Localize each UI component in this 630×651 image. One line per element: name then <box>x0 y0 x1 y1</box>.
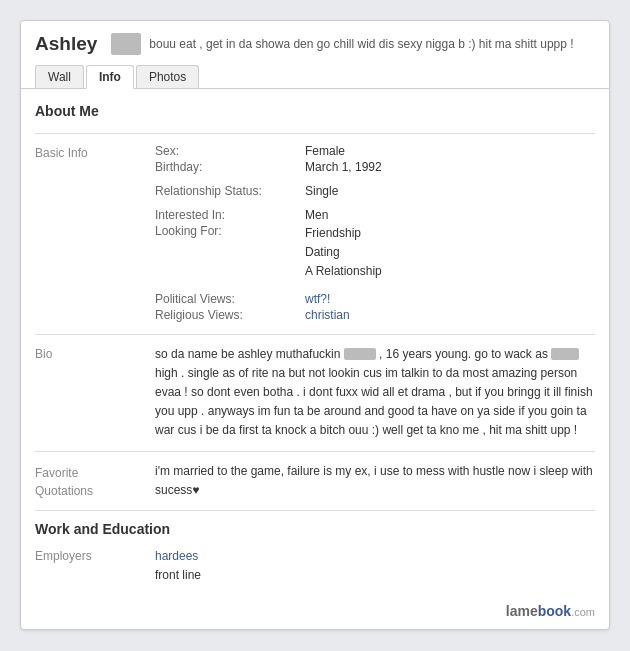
divider-4 <box>35 510 595 511</box>
divider-1 <box>35 133 595 134</box>
watermark: lamebook.com <box>21 595 609 629</box>
work-education-section: Work and Education Employers hardees fro… <box>35 521 595 585</box>
political-value: wtf?! <box>305 292 330 306</box>
divider-3 <box>35 451 595 452</box>
sex-label: Sex: <box>155 144 305 158</box>
profile-card: Ashley bouu eat , get in da showa den go… <box>20 20 610 630</box>
about-me-title: About Me <box>35 103 595 123</box>
bio-section: Bio so da name be ashley muthafuckin , 1… <box>35 345 595 441</box>
relationship-label: Relationship Status: <box>155 184 305 198</box>
quotations-section: FavoriteQuotations i'm married to the ga… <box>35 462 595 500</box>
divider-2 <box>35 334 595 335</box>
avatar <box>111 33 141 55</box>
quotations-text: i'm married to the game, failure is my e… <box>155 462 595 500</box>
relationship-value: Single <box>305 184 338 198</box>
basic-info-fields: Sex: Female Birthday: March 1, 1992 Rela… <box>155 144 595 324</box>
relationship-row: Relationship Status: Single <box>155 184 595 198</box>
interested-row: Interested In: Men <box>155 208 595 222</box>
looking-for-label: Looking For: <box>155 224 305 282</box>
main-content: About Me Basic Info Sex: Female Birthday… <box>21 89 609 595</box>
basic-info-section: Basic Info Sex: Female Birthday: March 1… <box>35 144 595 324</box>
bio-text: so da name be ashley muthafuckin , 16 ye… <box>155 345 595 441</box>
political-link[interactable]: wtf?! <box>305 292 330 306</box>
interested-label: Interested In: <box>155 208 305 222</box>
birthday-row: Birthday: March 1, 1992 <box>155 160 595 174</box>
profile-status: bouu eat , get in da showa den go chill … <box>149 37 595 51</box>
sex-value: Female <box>305 144 345 158</box>
birthday-label: Birthday: <box>155 160 305 174</box>
political-label: Political Views: <box>155 292 305 306</box>
employer-info: hardees front line <box>155 547 595 585</box>
watermark-book: book <box>538 603 571 619</box>
employer-position: front line <box>155 568 201 582</box>
blurred-2 <box>551 348 579 360</box>
interested-value: Men <box>305 208 328 222</box>
blurred-1 <box>344 348 376 360</box>
religious-label: Religious Views: <box>155 308 305 322</box>
watermark-lame: lame <box>506 603 538 619</box>
profile-name: Ashley <box>35 33 97 55</box>
bio-label: Bio <box>35 345 155 441</box>
watermark-com: .com <box>571 606 595 618</box>
employers-label: Employers <box>35 547 155 585</box>
employer-name-link[interactable]: hardees <box>155 549 198 563</box>
profile-header: Ashley bouu eat , get in da showa den go… <box>21 21 609 65</box>
employers-row: Employers hardees front line <box>35 547 595 585</box>
sex-row: Sex: Female <box>155 144 595 158</box>
basic-info-label: Basic Info <box>35 144 155 324</box>
tab-bar: Wall Info Photos <box>21 65 609 89</box>
political-row: Political Views: wtf?! <box>155 292 595 306</box>
tab-photos[interactable]: Photos <box>136 65 199 88</box>
religious-link[interactable]: christian <box>305 308 350 322</box>
looking-for-row: Looking For: FriendshipDatingA Relations… <box>155 224 595 282</box>
tab-info[interactable]: Info <box>86 65 134 89</box>
birthday-value: March 1, 1992 <box>305 160 382 174</box>
tab-wall[interactable]: Wall <box>35 65 84 88</box>
looking-for-value: FriendshipDatingA Relationship <box>305 224 382 282</box>
religious-value: christian <box>305 308 350 322</box>
religious-row: Religious Views: christian <box>155 308 595 322</box>
work-education-title: Work and Education <box>35 521 595 537</box>
quotations-label: FavoriteQuotations <box>35 462 155 500</box>
